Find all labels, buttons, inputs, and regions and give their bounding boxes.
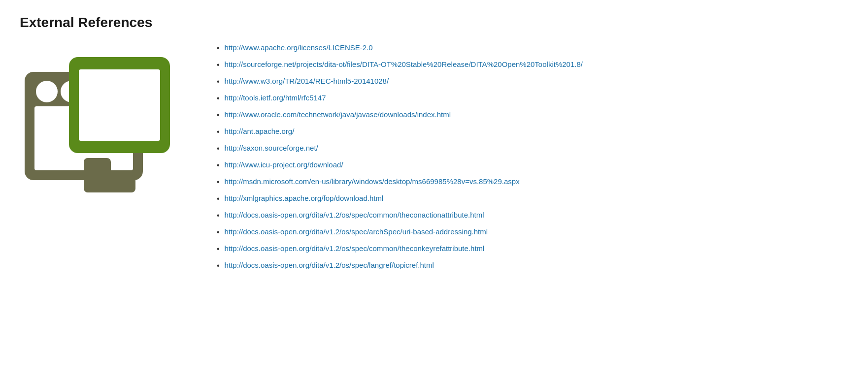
list-item: http://www.oracle.com/technetwork/java/j… (217, 109, 848, 121)
list-item: http://xmlgraphics.apache.org/fop/downlo… (217, 193, 848, 205)
list-item: http://sourceforge.net/projects/dita-ot/… (217, 59, 848, 71)
list-item: http://msdn.microsoft.com/en-us/library/… (217, 176, 848, 188)
svg-rect-5 (79, 69, 160, 141)
logo-area (20, 42, 187, 201)
external-link[interactable]: http://docs.oasis-open.org/dita/v1.2/os/… (225, 243, 485, 254)
external-link[interactable]: http://ant.apache.org/ (225, 126, 295, 137)
external-link[interactable]: http://docs.oasis-open.org/dita/v1.2/os/… (225, 260, 434, 271)
list-item: http://docs.oasis-open.org/dita/v1.2/os/… (217, 260, 848, 272)
links-area: http://www.apache.org/licenses/LICENSE-2… (217, 42, 848, 277)
external-link[interactable]: http://docs.oasis-open.org/dita/v1.2/os/… (225, 210, 484, 221)
external-link[interactable]: http://www.apache.org/licenses/LICENSE-2… (225, 42, 373, 54)
external-link[interactable]: http://www.icu-project.org/download/ (225, 159, 343, 171)
dita-logo-icon (20, 42, 177, 200)
list-item: http://docs.oasis-open.org/dita/v1.2/os/… (217, 226, 848, 238)
external-link[interactable]: http://docs.oasis-open.org/dita/v1.2/os/… (225, 226, 488, 238)
external-link[interactable]: http://www.oracle.com/technetwork/java/j… (225, 109, 451, 121)
external-links-list: http://www.apache.org/licenses/LICENSE-2… (217, 42, 848, 272)
list-item: http://www.icu-project.org/download/ (217, 159, 848, 171)
external-link[interactable]: http://saxon.sourceforge.net/ (225, 143, 318, 154)
list-item: http://docs.oasis-open.org/dita/v1.2/os/… (217, 210, 848, 222)
list-item: http://tools.ietf.org/html/rfc5147 (217, 93, 848, 104)
list-item: http://www.apache.org/licenses/LICENSE-2… (217, 42, 848, 54)
page-title: External References (20, 15, 848, 31)
list-item: http://www.w3.org/TR/2014/REC-html5-2014… (217, 76, 848, 88)
list-item: http://docs.oasis-open.org/dita/v1.2/os/… (217, 243, 848, 255)
main-content: http://www.apache.org/licenses/LICENSE-2… (20, 42, 848, 277)
external-link[interactable]: http://msdn.microsoft.com/en-us/library/… (225, 176, 520, 188)
list-item: http://ant.apache.org/ (217, 126, 848, 138)
external-link[interactable]: http://www.w3.org/TR/2014/REC-html5-2014… (225, 76, 389, 87)
external-link[interactable]: http://xmlgraphics.apache.org/fop/downlo… (225, 193, 384, 204)
list-item: http://saxon.sourceforge.net/ (217, 143, 848, 155)
svg-rect-7 (84, 175, 135, 192)
external-link[interactable]: http://tools.ietf.org/html/rfc5147 (225, 93, 326, 104)
svg-point-1 (36, 81, 58, 102)
external-link[interactable]: http://sourceforge.net/projects/dita-ot/… (225, 59, 583, 70)
